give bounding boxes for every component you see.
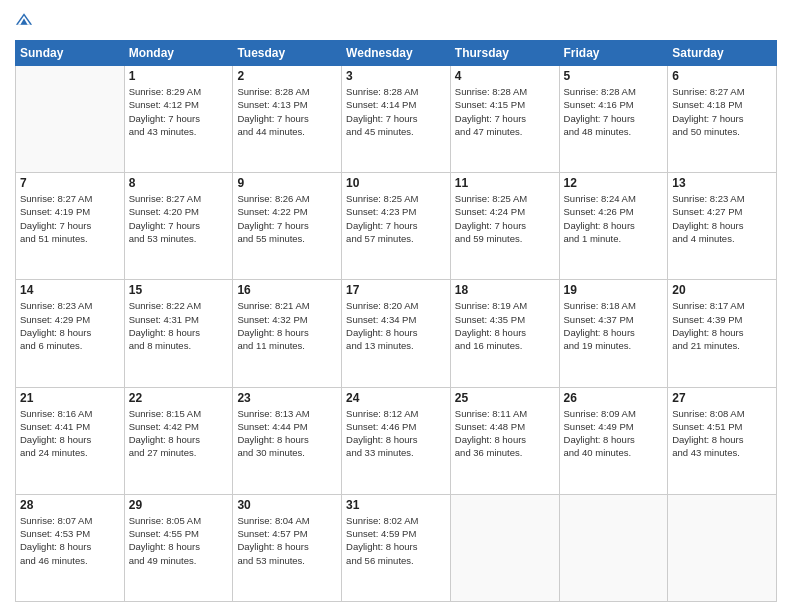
calendar-cell: 30Sunrise: 8:04 AM Sunset: 4:57 PM Dayli… — [233, 494, 342, 601]
day-number: 18 — [455, 283, 555, 297]
calendar-week-row-1: 7Sunrise: 8:27 AM Sunset: 4:19 PM Daylig… — [16, 173, 777, 280]
day-info: Sunrise: 8:16 AM Sunset: 4:41 PM Dayligh… — [20, 407, 120, 460]
day-info: Sunrise: 8:27 AM Sunset: 4:18 PM Dayligh… — [672, 85, 772, 138]
calendar-cell: 14Sunrise: 8:23 AM Sunset: 4:29 PM Dayli… — [16, 280, 125, 387]
day-number: 21 — [20, 391, 120, 405]
day-info: Sunrise: 8:21 AM Sunset: 4:32 PM Dayligh… — [237, 299, 337, 352]
day-number: 20 — [672, 283, 772, 297]
calendar-cell: 12Sunrise: 8:24 AM Sunset: 4:26 PM Dayli… — [559, 173, 668, 280]
calendar-header-monday: Monday — [124, 41, 233, 66]
logo-icon — [15, 10, 33, 28]
day-info: Sunrise: 8:22 AM Sunset: 4:31 PM Dayligh… — [129, 299, 229, 352]
day-number: 8 — [129, 176, 229, 190]
day-info: Sunrise: 8:25 AM Sunset: 4:23 PM Dayligh… — [346, 192, 446, 245]
calendar-cell: 1Sunrise: 8:29 AM Sunset: 4:12 PM Daylig… — [124, 66, 233, 173]
calendar-cell: 11Sunrise: 8:25 AM Sunset: 4:24 PM Dayli… — [450, 173, 559, 280]
day-info: Sunrise: 8:07 AM Sunset: 4:53 PM Dayligh… — [20, 514, 120, 567]
day-info: Sunrise: 8:26 AM Sunset: 4:22 PM Dayligh… — [237, 192, 337, 245]
day-info: Sunrise: 8:28 AM Sunset: 4:15 PM Dayligh… — [455, 85, 555, 138]
calendar-cell: 17Sunrise: 8:20 AM Sunset: 4:34 PM Dayli… — [342, 280, 451, 387]
calendar-cell: 8Sunrise: 8:27 AM Sunset: 4:20 PM Daylig… — [124, 173, 233, 280]
day-number: 10 — [346, 176, 446, 190]
calendar-week-row-2: 14Sunrise: 8:23 AM Sunset: 4:29 PM Dayli… — [16, 280, 777, 387]
page: SundayMondayTuesdayWednesdayThursdayFrid… — [0, 0, 792, 612]
calendar-cell: 26Sunrise: 8:09 AM Sunset: 4:49 PM Dayli… — [559, 387, 668, 494]
day-number: 5 — [564, 69, 664, 83]
day-info: Sunrise: 8:28 AM Sunset: 4:13 PM Dayligh… — [237, 85, 337, 138]
day-number: 15 — [129, 283, 229, 297]
day-number: 11 — [455, 176, 555, 190]
calendar-week-row-4: 28Sunrise: 8:07 AM Sunset: 4:53 PM Dayli… — [16, 494, 777, 601]
day-info: Sunrise: 8:18 AM Sunset: 4:37 PM Dayligh… — [564, 299, 664, 352]
calendar-week-row-0: 1Sunrise: 8:29 AM Sunset: 4:12 PM Daylig… — [16, 66, 777, 173]
calendar-cell: 10Sunrise: 8:25 AM Sunset: 4:23 PM Dayli… — [342, 173, 451, 280]
day-info: Sunrise: 8:27 AM Sunset: 4:19 PM Dayligh… — [20, 192, 120, 245]
calendar-cell: 3Sunrise: 8:28 AM Sunset: 4:14 PM Daylig… — [342, 66, 451, 173]
calendar-cell: 7Sunrise: 8:27 AM Sunset: 4:19 PM Daylig… — [16, 173, 125, 280]
day-number: 19 — [564, 283, 664, 297]
day-number: 23 — [237, 391, 337, 405]
day-number: 7 — [20, 176, 120, 190]
day-info: Sunrise: 8:19 AM Sunset: 4:35 PM Dayligh… — [455, 299, 555, 352]
calendar-cell: 13Sunrise: 8:23 AM Sunset: 4:27 PM Dayli… — [668, 173, 777, 280]
day-number: 26 — [564, 391, 664, 405]
header — [15, 10, 777, 32]
day-info: Sunrise: 8:17 AM Sunset: 4:39 PM Dayligh… — [672, 299, 772, 352]
day-info: Sunrise: 8:13 AM Sunset: 4:44 PM Dayligh… — [237, 407, 337, 460]
day-number: 13 — [672, 176, 772, 190]
calendar-cell: 5Sunrise: 8:28 AM Sunset: 4:16 PM Daylig… — [559, 66, 668, 173]
calendar-cell: 15Sunrise: 8:22 AM Sunset: 4:31 PM Dayli… — [124, 280, 233, 387]
calendar-cell: 22Sunrise: 8:15 AM Sunset: 4:42 PM Dayli… — [124, 387, 233, 494]
day-number: 25 — [455, 391, 555, 405]
day-info: Sunrise: 8:24 AM Sunset: 4:26 PM Dayligh… — [564, 192, 664, 245]
calendar-header-friday: Friday — [559, 41, 668, 66]
day-info: Sunrise: 8:20 AM Sunset: 4:34 PM Dayligh… — [346, 299, 446, 352]
calendar-cell — [668, 494, 777, 601]
calendar-cell: 23Sunrise: 8:13 AM Sunset: 4:44 PM Dayli… — [233, 387, 342, 494]
day-number: 30 — [237, 498, 337, 512]
day-number: 17 — [346, 283, 446, 297]
day-number: 22 — [129, 391, 229, 405]
logo — [15, 10, 35, 32]
calendar-cell: 29Sunrise: 8:05 AM Sunset: 4:55 PM Dayli… — [124, 494, 233, 601]
day-info: Sunrise: 8:28 AM Sunset: 4:14 PM Dayligh… — [346, 85, 446, 138]
calendar-cell: 18Sunrise: 8:19 AM Sunset: 4:35 PM Dayli… — [450, 280, 559, 387]
calendar-header-saturday: Saturday — [668, 41, 777, 66]
day-number: 24 — [346, 391, 446, 405]
day-number: 9 — [237, 176, 337, 190]
calendar-cell: 19Sunrise: 8:18 AM Sunset: 4:37 PM Dayli… — [559, 280, 668, 387]
calendar-cell — [559, 494, 668, 601]
day-info: Sunrise: 8:09 AM Sunset: 4:49 PM Dayligh… — [564, 407, 664, 460]
day-info: Sunrise: 8:23 AM Sunset: 4:29 PM Dayligh… — [20, 299, 120, 352]
day-info: Sunrise: 8:25 AM Sunset: 4:24 PM Dayligh… — [455, 192, 555, 245]
calendar-cell: 24Sunrise: 8:12 AM Sunset: 4:46 PM Dayli… — [342, 387, 451, 494]
calendar-header-sunday: Sunday — [16, 41, 125, 66]
day-number: 16 — [237, 283, 337, 297]
calendar-cell: 21Sunrise: 8:16 AM Sunset: 4:41 PM Dayli… — [16, 387, 125, 494]
calendar-header-wednesday: Wednesday — [342, 41, 451, 66]
day-info: Sunrise: 8:05 AM Sunset: 4:55 PM Dayligh… — [129, 514, 229, 567]
day-info: Sunrise: 8:02 AM Sunset: 4:59 PM Dayligh… — [346, 514, 446, 567]
calendar-cell: 2Sunrise: 8:28 AM Sunset: 4:13 PM Daylig… — [233, 66, 342, 173]
day-number: 28 — [20, 498, 120, 512]
calendar-table: SundayMondayTuesdayWednesdayThursdayFrid… — [15, 40, 777, 602]
calendar-cell: 16Sunrise: 8:21 AM Sunset: 4:32 PM Dayli… — [233, 280, 342, 387]
day-number: 3 — [346, 69, 446, 83]
day-number: 27 — [672, 391, 772, 405]
calendar-cell: 31Sunrise: 8:02 AM Sunset: 4:59 PM Dayli… — [342, 494, 451, 601]
day-number: 2 — [237, 69, 337, 83]
day-info: Sunrise: 8:29 AM Sunset: 4:12 PM Dayligh… — [129, 85, 229, 138]
calendar-cell — [16, 66, 125, 173]
calendar-cell — [450, 494, 559, 601]
calendar-cell: 28Sunrise: 8:07 AM Sunset: 4:53 PM Dayli… — [16, 494, 125, 601]
calendar-cell: 20Sunrise: 8:17 AM Sunset: 4:39 PM Dayli… — [668, 280, 777, 387]
calendar-header-tuesday: Tuesday — [233, 41, 342, 66]
day-info: Sunrise: 8:27 AM Sunset: 4:20 PM Dayligh… — [129, 192, 229, 245]
day-number: 14 — [20, 283, 120, 297]
day-number: 4 — [455, 69, 555, 83]
calendar-cell: 4Sunrise: 8:28 AM Sunset: 4:15 PM Daylig… — [450, 66, 559, 173]
calendar-cell: 25Sunrise: 8:11 AM Sunset: 4:48 PM Dayli… — [450, 387, 559, 494]
day-info: Sunrise: 8:28 AM Sunset: 4:16 PM Dayligh… — [564, 85, 664, 138]
day-info: Sunrise: 8:08 AM Sunset: 4:51 PM Dayligh… — [672, 407, 772, 460]
day-info: Sunrise: 8:04 AM Sunset: 4:57 PM Dayligh… — [237, 514, 337, 567]
